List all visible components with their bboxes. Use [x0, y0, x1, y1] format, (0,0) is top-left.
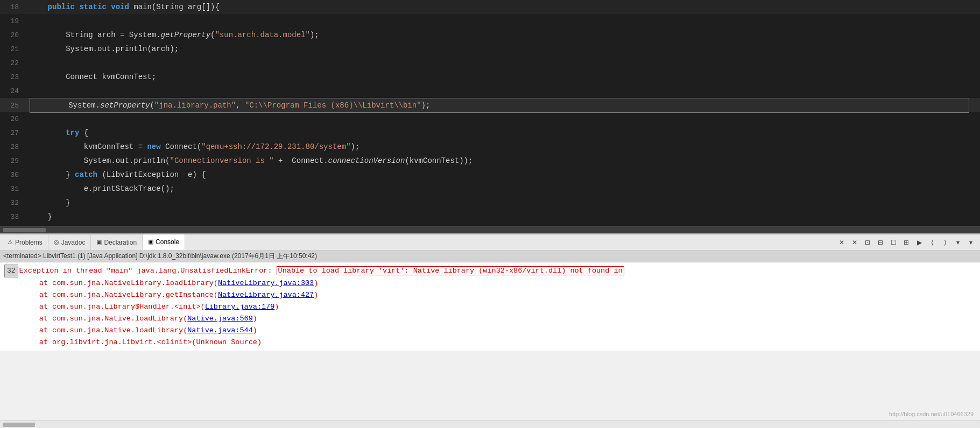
- bottom-panel: ⚠Problems◎Javadoc▣Declaration▣Console✕✕⊡…: [0, 233, 980, 428]
- line-number: 23: [0, 70, 30, 84]
- code-line-24: 24: [0, 84, 980, 98]
- toolbar-btn-9[interactable]: ▾: [952, 237, 964, 248]
- error-prefix: Exception in thread "main" java.lang.Uns…: [19, 267, 277, 275]
- code-line-22: 22: [0, 56, 980, 70]
- tab-label-javadoc: Javadoc: [61, 239, 86, 246]
- line-number: 20: [0, 28, 30, 42]
- line-number: 32: [0, 196, 30, 210]
- line-content: [30, 14, 969, 28]
- line-content: public static void main(String arg[]){: [30, 0, 969, 14]
- toolbar-btn-3[interactable]: ⊟: [875, 237, 886, 248]
- error-suffix: ): [314, 291, 318, 299]
- code-line-20: 20 String arch = System.getProperty("sun…: [0, 28, 980, 42]
- line-number: 21: [0, 42, 30, 56]
- tab-icon-declaration: ▣: [96, 239, 102, 246]
- line-content: try {: [30, 126, 969, 140]
- error-suffix: ): [274, 303, 279, 311]
- toolbar-btn-8[interactable]: ⟩: [939, 237, 951, 248]
- line-content: [30, 112, 969, 126]
- code-line-26: 26: [0, 112, 980, 126]
- code-line-33: 33 }: [0, 210, 980, 224]
- line-number: 27: [0, 126, 30, 140]
- tab-console[interactable]: ▣Console: [143, 234, 185, 250]
- editor-scrollbar-thumb: [3, 228, 46, 232]
- line-number: 19: [0, 15, 30, 28]
- console-line-0: 32Exception in thread "main" java.lang.U…: [4, 265, 976, 277]
- tab-icon-problems: ⚠: [8, 239, 13, 246]
- code-line-30: 30 } catch (LibvirtException e) {: [0, 168, 980, 182]
- line-content: e.printStackTrace();: [30, 182, 969, 196]
- tab-javadoc[interactable]: ◎Javadoc: [48, 234, 91, 250]
- error-highlight: Unable to load library 'virt': Native li…: [277, 266, 624, 275]
- console-line-5: at com.sun.jna.Native.loadLibrary(Native…: [4, 325, 976, 337]
- bottom-scrollbar-thumb: [3, 423, 35, 427]
- code-line-23: 23 Connect kvmConnTest;: [0, 70, 980, 84]
- stack-link[interactable]: Library.java:179: [205, 303, 275, 311]
- tab-declaration[interactable]: ▣Declaration: [91, 234, 143, 250]
- code-line-32: 32 }: [0, 196, 980, 210]
- line-content: kvmConnTest = new Connect("qemu+ssh://17…: [30, 140, 969, 154]
- console-status-text: <terminated> LibvirtTest1 (1) [Java Appl…: [3, 252, 317, 261]
- line-content: String arch = System.getProperty("sun.ar…: [30, 28, 969, 42]
- code-line-25: 25 System.setProperty("jna.library.path"…: [0, 98, 980, 112]
- tab-label-declaration: Declaration: [104, 239, 137, 246]
- code-line-31: 31 e.printStackTrace();: [0, 182, 980, 196]
- toolbar-btn-5[interactable]: ⊞: [900, 237, 912, 248]
- error-text: at com.sun.jna.Library$Handler.<init>(: [4, 303, 205, 311]
- console-line-1: at com.sun.jna.NativeLibrary.loadLibrary…: [4, 277, 976, 289]
- error-text: at com.sun.jna.Native.loadLibrary(: [4, 326, 187, 334]
- toolbar-btn-7[interactable]: ⟨: [926, 237, 938, 248]
- line-number: 31: [0, 182, 30, 196]
- tab-bar: ⚠Problems◎Javadoc▣Declaration▣Console✕✕⊡…: [0, 234, 980, 251]
- editor-scrollbar[interactable]: [0, 226, 980, 233]
- error-text: at com.sun.jna.Native.loadLibrary(: [4, 315, 187, 323]
- error-text: at org.libvirt.jna.Libvirt.<clinit>(Unkn…: [4, 338, 262, 346]
- code-line-29: 29 System.out.println("Connectionversion…: [0, 154, 980, 168]
- tab-icon-console: ▣: [148, 238, 153, 245]
- line-number: 30: [0, 168, 30, 182]
- tab-problems[interactable]: ⚠Problems: [2, 234, 48, 250]
- toolbar-btn-1[interactable]: ✕: [849, 237, 861, 248]
- code-line-27: 27 try {: [0, 126, 980, 140]
- console-line-3: at com.sun.jna.Library$Handler.<init>(Li…: [4, 301, 976, 313]
- bottom-scrollbar[interactable]: [0, 420, 980, 428]
- toolbar-btn-4[interactable]: ☐: [887, 237, 899, 248]
- tab-label-problems: Problems: [15, 239, 43, 246]
- line-content: }: [30, 196, 969, 210]
- line-number: 33: [0, 210, 30, 224]
- stack-link[interactable]: Native.java:569: [187, 315, 253, 323]
- line-number: 26: [0, 112, 30, 126]
- console-line-6: at org.libvirt.jna.Libvirt.<clinit>(Unkn…: [4, 337, 976, 348]
- error-suffix: ): [314, 279, 318, 287]
- code-line-28: 28 kvmConnTest = new Connect("qemu+ssh:/…: [0, 140, 980, 154]
- line-content: [30, 56, 969, 70]
- line-content: System.out.println("Connectionversion is…: [30, 154, 969, 168]
- line-number: 18: [0, 1, 30, 15]
- code-line-19: 19: [0, 14, 980, 28]
- code-editor: 18 public static void main(String arg[])…: [0, 0, 980, 226]
- watermark: http://blog.csdn.net/u010466329: [889, 411, 974, 417]
- stack-link[interactable]: Native.java:544: [187, 326, 253, 334]
- toolbar-btn-2[interactable]: ⊡: [862, 237, 873, 248]
- code-line-18: 18 public static void main(String arg[])…: [0, 0, 980, 14]
- error-text: at com.sun.jna.NativeLibrary.getInstance…: [4, 291, 218, 299]
- stack-link[interactable]: NativeLibrary.java:427: [218, 291, 314, 299]
- toolbar-btn-10[interactable]: ▾: [965, 237, 977, 248]
- line-number: 22: [0, 56, 30, 70]
- stack-link[interactable]: NativeLibrary.java:303: [218, 279, 314, 287]
- toolbar-btn-6[interactable]: ▶: [913, 237, 925, 248]
- code-lines: 18 public static void main(String arg[])…: [0, 0, 980, 224]
- console-output: 32Exception in thread "main" java.lang.U…: [0, 262, 980, 351]
- line-content: System.setProperty("jna.library.path", "…: [30, 98, 969, 113]
- line-number: 25: [0, 99, 30, 113]
- console-status-bar: <terminated> LibvirtTest1 (1) [Java Appl…: [0, 251, 980, 262]
- line-number: 29: [0, 154, 30, 168]
- toolbar-btn-0[interactable]: ✕: [836, 237, 848, 248]
- error-suffix: ): [253, 326, 257, 334]
- console-line-4: at com.sun.jna.Native.loadLibrary(Native…: [4, 313, 976, 325]
- line-number: 24: [0, 84, 30, 98]
- tab-label-console: Console: [156, 238, 179, 246]
- line-badge: 32: [4, 265, 18, 277]
- line-content: [30, 84, 969, 98]
- line-content: System.out.println(arch);: [30, 42, 969, 56]
